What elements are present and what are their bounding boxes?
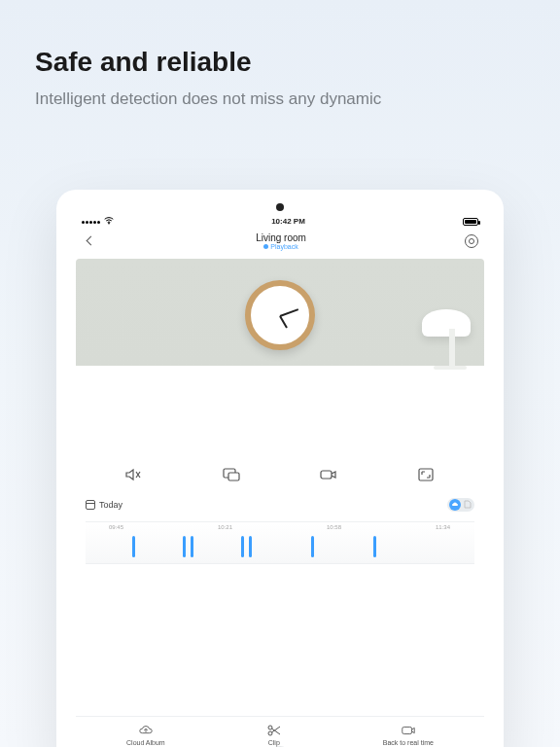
timeline-event[interactable] — [132, 536, 135, 557]
realtime-tab[interactable]: Back to real time — [383, 725, 434, 746]
scissors-icon — [266, 725, 282, 736]
status-time: 10:42 PM — [271, 218, 305, 227]
calendar-icon — [86, 500, 95, 510]
scene-clock — [245, 280, 315, 350]
nav-subtitle: Playback — [256, 243, 306, 251]
signal-icon — [82, 221, 100, 224]
hero-subtitle: Intelligent detection does not miss any … — [35, 88, 525, 111]
timeline-label: 09:45 — [109, 524, 123, 530]
timeline-event[interactable] — [373, 536, 376, 557]
timeline-event[interactable] — [191, 536, 193, 557]
status-bar: 10:42 PM — [76, 215, 484, 229]
date-label: Today — [99, 500, 122, 510]
bottom-tabs: Cloud Album Clip Back to real time — [76, 716, 484, 746]
fullscreen-button[interactable] — [416, 467, 436, 482]
wifi-icon — [104, 217, 114, 227]
back-button[interactable] — [82, 233, 97, 249]
timeline[interactable]: 09:4510:2110:5811:34 — [86, 521, 474, 564]
svg-rect-4 — [419, 469, 433, 480]
nav-title: Living room — [256, 232, 306, 243]
storage-toggle[interactable] — [447, 498, 474, 512]
timeline-event[interactable] — [249, 536, 252, 557]
settings-button[interactable] — [465, 234, 478, 248]
svg-point-0 — [108, 223, 110, 225]
date-row: Today — [76, 492, 484, 517]
svg-rect-3 — [321, 471, 332, 479]
hero: Safe and reliable Intelligent detection … — [0, 0, 560, 134]
timeline-event[interactable] — [183, 536, 186, 557]
tablet-camera-dot — [276, 203, 284, 211]
timeline-label: 10:21 — [218, 524, 232, 530]
battery-icon — [463, 218, 478, 226]
cloud-album-tab[interactable]: Cloud Album — [126, 725, 165, 746]
timeline-event[interactable] — [241, 536, 244, 557]
cloud-album-icon — [138, 725, 154, 736]
playback-dot-icon — [263, 244, 268, 249]
timeline-label: 11:34 — [436, 524, 450, 530]
sd-icon — [464, 500, 472, 509]
mute-button[interactable] — [124, 467, 144, 482]
snapshot-button[interactable] — [222, 467, 241, 482]
clip-tab[interactable]: Clip — [266, 725, 282, 746]
realtime-icon — [401, 725, 416, 736]
nav-header: Living room Playback — [76, 229, 484, 253]
cloud-toggle-knob — [449, 499, 461, 511]
tablet-frame: 10:42 PM Living room Playback — [56, 190, 504, 747]
svg-rect-2 — [228, 473, 239, 480]
record-button[interactable] — [319, 467, 338, 482]
control-bar — [76, 453, 484, 492]
video-preview[interactable] — [76, 259, 484, 453]
hero-title: Safe and reliable — [35, 47, 525, 78]
date-picker[interactable]: Today — [86, 500, 122, 510]
scene-lamp — [422, 309, 471, 337]
timeline-event[interactable] — [311, 536, 314, 557]
svg-rect-7 — [402, 727, 412, 733]
timeline-label: 10:58 — [327, 524, 341, 530]
